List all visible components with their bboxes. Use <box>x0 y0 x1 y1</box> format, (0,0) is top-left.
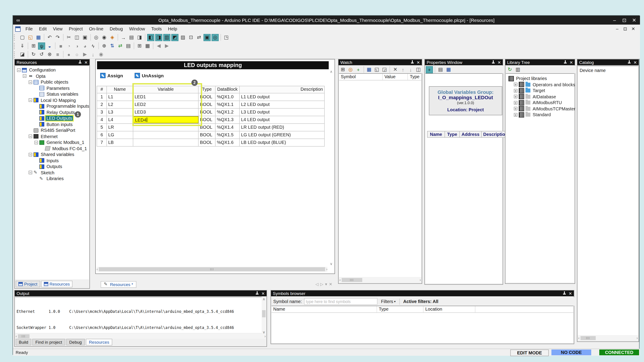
menu-view[interactable]: View <box>50 24 66 33</box>
name-cell[interactable]: LB <box>107 139 133 146</box>
toggle-symbols-browser-icon[interactable]: ◎ <box>212 34 219 41</box>
find-in-project-icon[interactable]: ◈ <box>109 34 116 41</box>
row-num[interactable]: 4 <box>96 116 107 123</box>
output-log[interactable]: Ethernet 1.0.0 C:\Users\mcmch\AppData\Lo… <box>15 297 266 333</box>
full-screen-icon[interactable]: ◳ <box>223 34 230 41</box>
col-header-datablock[interactable]: DataBlock <box>216 86 240 93</box>
close-icon[interactable]: ✕ <box>84 60 88 64</box>
tree-item-status-variables[interactable]: Status variables <box>16 91 89 97</box>
toggle-resources-window-icon[interactable]: ◧ <box>147 34 154 41</box>
hot-restart-icon[interactable]: ◕ <box>82 42 88 49</box>
close-icon[interactable]: ✕ <box>569 291 572 296</box>
filters-button[interactable]: Filters ▾ <box>381 299 396 304</box>
navigate-forward-icon[interactable]: ▶ <box>163 42 170 49</box>
name-cell[interactable]: L4 <box>107 116 133 123</box>
col-header-description[interactable]: Description <box>240 86 325 93</box>
simulation-mode-icon[interactable]: ◪ <box>19 51 26 58</box>
toolbar-grip[interactable] <box>14 51 17 57</box>
tab-resources-output[interactable]: Resources <box>86 339 112 346</box>
toggle-document-bar-icon[interactable]: ▣ <box>204 34 211 41</box>
tree-item-standard[interactable]: + Standard <box>507 112 574 118</box>
tree-item-inputs[interactable]: Inputs <box>16 158 89 164</box>
insert-table-row-icon[interactable]: ⊞ <box>136 42 143 49</box>
watch-grid-icon[interactable]: ⊞ <box>340 66 346 73</box>
duplicate-watch-icon[interactable]: ◫ <box>415 66 422 73</box>
unassign-button[interactable]: ✎ UnAssign <box>134 73 164 78</box>
scroll-thumb[interactable]: III <box>18 334 29 338</box>
minimize-icon[interactable]: – <box>610 17 620 23</box>
tab-prev-icon[interactable]: ◁ <box>315 282 318 287</box>
document-icon[interactable] <box>15 26 20 31</box>
datablock-cell[interactable]: %QX1.6 <box>216 139 240 146</box>
stop-debug-icon[interactable]: ⊗ <box>46 51 53 58</box>
tree-item-operators-and-blocks[interactable]: + Operators and blocks <box>507 81 574 88</box>
tree-item-rs485-serialport[interactable]: RS485 SerialPort <box>16 127 89 133</box>
menu-tools[interactable]: Tools <box>148 24 165 33</box>
tree-item-sketch[interactable]: − ✎ Sketch <box>16 170 89 176</box>
toggle-tools-window-icon[interactable]: ⊡ <box>188 34 194 41</box>
symbols-col-location[interactable]: Location <box>424 306 476 312</box>
expander-icon[interactable]: − <box>34 141 38 144</box>
scroll-right-icon[interactable]: › <box>264 334 266 338</box>
open-project-icon[interactable]: ◱ <box>27 34 34 41</box>
print-preview-icon[interactable]: ◨ <box>136 34 143 41</box>
tree-item-programmable-inputs[interactable]: Programmable Inputs <box>16 103 89 109</box>
scroll-right-icon[interactable]: › <box>326 267 327 271</box>
print-icon[interactable]: ▤ <box>128 34 135 41</box>
expander-icon[interactable]: − <box>23 74 26 78</box>
diff-merge-icon[interactable]: ⇄ <box>117 42 124 49</box>
quick-transfer-icon[interactable]: ϟ <box>90 42 96 49</box>
tree-item-ethernet[interactable]: − Ethernet <box>16 133 89 139</box>
pin-icon[interactable] <box>78 60 82 64</box>
expander-icon[interactable]: + <box>514 107 518 111</box>
scroll-up-icon[interactable]: ∧ <box>329 69 334 74</box>
row-num[interactable]: 1 <box>96 93 107 100</box>
tree-item-target[interactable]: + Target <box>507 88 574 94</box>
scroll-up-icon[interactable]: ∧ <box>262 297 266 302</box>
pin-icon[interactable] <box>564 60 567 64</box>
expander-icon[interactable]: − <box>17 68 20 72</box>
datablock-cell[interactable]: %QX1.1 <box>216 101 240 108</box>
variable-cell[interactable]: LED1 <box>133 93 198 100</box>
diff-source-icon[interactable]: ⇅ <box>109 42 116 49</box>
description-cell[interactable]: LG LED output (GREEN) <box>240 131 325 139</box>
live-debug-icon[interactable]: ↻ <box>30 51 37 58</box>
prop-col-address[interactable]: Address <box>460 131 482 138</box>
variable-cell[interactable] <box>133 124 198 131</box>
variable-cell[interactable] <box>133 139 198 146</box>
scroll-thumb[interactable]: III <box>342 278 362 282</box>
warm-restart-icon[interactable]: ◑ <box>73 42 80 49</box>
child-minimize-icon[interactable]: – <box>613 26 621 31</box>
halt-icon[interactable]: ■ <box>57 42 64 49</box>
tree-item-configuration[interactable]: − Configuration <box>16 67 89 73</box>
scroll-down-icon[interactable]: ∨ <box>329 261 334 266</box>
memo-view-icon[interactable]: ▤ <box>125 42 132 49</box>
find-next-icon[interactable]: ◉ <box>100 34 108 41</box>
cut-icon[interactable]: ✂ <box>65 34 72 41</box>
menu-file[interactable]: File <box>22 24 36 33</box>
scroll-left-icon[interactable]: ‹ <box>578 336 580 340</box>
pin-icon[interactable] <box>411 60 414 64</box>
variable-cell[interactable]: LED2 <box>133 101 198 108</box>
dock-toggle-icon[interactable]: + <box>426 66 433 73</box>
type-cell[interactable]: BOOL <box>198 109 216 116</box>
scroll-thumb[interactable] <box>262 310 266 317</box>
watch-col-type[interactable]: Type <box>408 74 421 80</box>
import-object-icon[interactable]: → <box>120 34 127 41</box>
datablock-cell[interactable]: %QX1.2 <box>216 109 240 116</box>
append-watchlist-icon[interactable]: ◲ <box>381 66 388 73</box>
close-icon[interactable]: ✕ <box>629 17 639 23</box>
libraries-icon[interactable]: ▥ <box>514 66 522 73</box>
pin-icon[interactable] <box>628 60 631 64</box>
copy-icon[interactable]: ◫ <box>73 34 80 41</box>
toggle-operators-window-icon[interactable]: ⇄ <box>196 34 202 41</box>
toolbar-grip[interactable] <box>14 43 17 49</box>
menu-project[interactable]: Project <box>66 24 86 33</box>
col-header-type[interactable]: Type <box>198 86 216 93</box>
variable-cell[interactable] <box>133 131 198 139</box>
toggle-properties-window-icon[interactable]: ◨ <box>155 34 162 41</box>
close-icon[interactable]: ✕ <box>498 60 501 64</box>
description-cell[interactable]: L2 LED output <box>240 101 325 108</box>
tree-item-libraries[interactable]: ✎ Libraries <box>16 176 89 182</box>
tab-resources[interactable]: Resources <box>41 281 72 287</box>
